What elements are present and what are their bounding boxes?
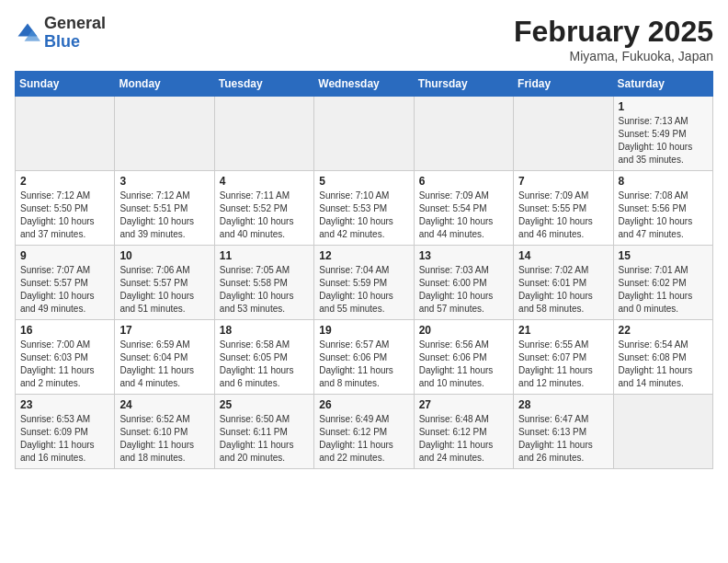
day-info: Sunrise: 7:09 AMSunset: 5:55 PMDaylight:… — [518, 190, 608, 241]
calendar-cell: 20Sunrise: 6:56 AMSunset: 6:06 PMDayligh… — [414, 320, 513, 395]
day-number: 11 — [220, 249, 309, 262]
day-number: 5 — [319, 175, 408, 188]
calendar-cell: 15Sunrise: 7:01 AMSunset: 6:02 PMDayligh… — [613, 246, 712, 320]
calendar-cell: 27Sunrise: 6:48 AMSunset: 6:12 PMDayligh… — [414, 395, 513, 469]
calendar-cell: 11Sunrise: 7:05 AMSunset: 5:58 PMDayligh… — [214, 246, 313, 320]
day-number: 8 — [619, 175, 708, 188]
calendar-cell: 25Sunrise: 6:50 AMSunset: 6:11 PMDayligh… — [214, 395, 313, 469]
day-number: 28 — [518, 398, 608, 411]
day-info: Sunrise: 6:48 AMSunset: 6:12 PMDaylight:… — [419, 413, 508, 465]
day-info: Sunrise: 7:02 AMSunset: 6:01 PMDaylight:… — [518, 264, 608, 316]
day-info: Sunrise: 7:03 AMSunset: 6:00 PMDaylight:… — [419, 264, 508, 316]
calendar-cell: 14Sunrise: 7:02 AMSunset: 6:01 PMDayligh… — [514, 246, 613, 320]
day-info: Sunrise: 6:57 AMSunset: 6:06 PMDaylight:… — [319, 339, 408, 390]
calendar-cell: 1Sunrise: 7:13 AMSunset: 5:49 PMDaylight… — [613, 97, 712, 171]
day-number: 20 — [419, 324, 508, 337]
header-day-sunday: Sunday — [16, 72, 115, 97]
calendar-cell: 22Sunrise: 6:54 AMSunset: 6:08 PMDayligh… — [613, 320, 712, 395]
logo-general: General — [44, 14, 106, 32]
day-number: 26 — [319, 398, 408, 411]
day-number: 9 — [20, 249, 109, 262]
calendar-cell — [115, 97, 214, 171]
day-number: 14 — [518, 249, 608, 262]
day-number: 4 — [220, 175, 309, 188]
calendar-cell: 5Sunrise: 7:10 AMSunset: 5:53 PMDaylight… — [314, 171, 414, 246]
header-day-tuesday: Tuesday — [214, 72, 313, 97]
calendar-cell: 18Sunrise: 6:58 AMSunset: 6:05 PMDayligh… — [214, 320, 313, 395]
header-day-friday: Friday — [514, 72, 613, 97]
day-info: Sunrise: 6:47 AMSunset: 6:13 PMDaylight:… — [518, 413, 608, 465]
day-number: 19 — [319, 324, 408, 337]
day-number: 6 — [419, 175, 508, 188]
calendar-cell: 6Sunrise: 7:09 AMSunset: 5:54 PMDaylight… — [414, 171, 513, 246]
day-number: 16 — [20, 324, 109, 337]
header-day-saturday: Saturday — [613, 72, 712, 97]
day-info: Sunrise: 7:08 AMSunset: 5:56 PMDaylight:… — [619, 190, 708, 241]
day-number: 18 — [220, 324, 309, 337]
day-number: 24 — [119, 398, 209, 411]
day-number: 21 — [518, 324, 608, 337]
logo-icon — [15, 20, 40, 46]
calendar-cell: 26Sunrise: 6:49 AMSunset: 6:12 PMDayligh… — [314, 395, 414, 469]
day-number: 12 — [319, 249, 408, 262]
calendar-cell: 19Sunrise: 6:57 AMSunset: 6:06 PMDayligh… — [314, 320, 414, 395]
day-info: Sunrise: 7:09 AMSunset: 5:54 PMDaylight:… — [419, 190, 508, 241]
day-info: Sunrise: 7:01 AMSunset: 6:02 PMDaylight:… — [619, 264, 708, 316]
calendar-cell: 13Sunrise: 7:03 AMSunset: 6:00 PMDayligh… — [414, 246, 513, 320]
day-number: 27 — [419, 398, 508, 411]
day-info: Sunrise: 6:55 AMSunset: 6:07 PMDaylight:… — [518, 339, 608, 390]
month-title: February 2025 — [514, 15, 713, 49]
calendar-cell — [16, 97, 115, 171]
day-info: Sunrise: 7:13 AMSunset: 5:49 PMDaylight:… — [619, 115, 708, 167]
day-info: Sunrise: 6:54 AMSunset: 6:08 PMDaylight:… — [619, 339, 708, 390]
calendar-cell: 10Sunrise: 7:06 AMSunset: 5:57 PMDayligh… — [115, 246, 214, 320]
calendar-cell — [514, 97, 613, 171]
calendar-week-1: 2Sunrise: 7:12 AMSunset: 5:50 PMDaylight… — [16, 171, 713, 246]
day-info: Sunrise: 7:12 AMSunset: 5:51 PMDaylight:… — [119, 190, 209, 241]
calendar-cell: 4Sunrise: 7:11 AMSunset: 5:52 PMDaylight… — [214, 171, 313, 246]
day-number: 1 — [619, 100, 708, 113]
calendar-cell — [314, 97, 414, 171]
header-day-monday: Monday — [115, 72, 214, 97]
day-info: Sunrise: 7:06 AMSunset: 5:57 PMDaylight:… — [119, 264, 209, 316]
day-info: Sunrise: 6:52 AMSunset: 6:10 PMDaylight:… — [119, 413, 209, 465]
calendar-cell: 28Sunrise: 6:47 AMSunset: 6:13 PMDayligh… — [514, 395, 613, 469]
calendar-week-0: 1Sunrise: 7:13 AMSunset: 5:49 PMDaylight… — [16, 97, 713, 171]
day-info: Sunrise: 7:11 AMSunset: 5:52 PMDaylight:… — [220, 190, 309, 241]
day-info: Sunrise: 7:05 AMSunset: 5:58 PMDaylight:… — [220, 264, 309, 316]
day-info: Sunrise: 6:49 AMSunset: 6:12 PMDaylight:… — [319, 413, 408, 465]
calendar-cell: 17Sunrise: 6:59 AMSunset: 6:04 PMDayligh… — [115, 320, 214, 395]
calendar-cell: 7Sunrise: 7:09 AMSunset: 5:55 PMDaylight… — [514, 171, 613, 246]
day-info: Sunrise: 7:12 AMSunset: 5:50 PMDaylight:… — [20, 190, 109, 241]
day-info: Sunrise: 6:53 AMSunset: 6:09 PMDaylight:… — [20, 413, 109, 465]
day-number: 25 — [220, 398, 309, 411]
day-number: 15 — [619, 249, 708, 262]
day-number: 2 — [20, 175, 109, 188]
calendar-cell — [613, 395, 712, 469]
day-info: Sunrise: 6:56 AMSunset: 6:06 PMDaylight:… — [419, 339, 508, 390]
calendar-cell — [414, 97, 513, 171]
day-info: Sunrise: 7:07 AMSunset: 5:57 PMDaylight:… — [20, 264, 109, 316]
calendar-week-3: 16Sunrise: 7:00 AMSunset: 6:03 PMDayligh… — [16, 320, 713, 395]
calendar-cell: 21Sunrise: 6:55 AMSunset: 6:07 PMDayligh… — [514, 320, 613, 395]
header-day-thursday: Thursday — [414, 72, 513, 97]
calendar-week-4: 23Sunrise: 6:53 AMSunset: 6:09 PMDayligh… — [16, 395, 713, 469]
calendar-header-row: SundayMondayTuesdayWednesdayThursdayFrid… — [16, 72, 713, 97]
calendar-cell: 8Sunrise: 7:08 AMSunset: 5:56 PMDaylight… — [613, 171, 712, 246]
day-number: 22 — [619, 324, 708, 337]
calendar-week-2: 9Sunrise: 7:07 AMSunset: 5:57 PMDaylight… — [16, 246, 713, 320]
calendar-cell: 2Sunrise: 7:12 AMSunset: 5:50 PMDaylight… — [16, 171, 115, 246]
logo-text: General Blue — [44, 15, 106, 52]
day-info: Sunrise: 7:10 AMSunset: 5:53 PMDaylight:… — [319, 190, 408, 241]
day-info: Sunrise: 7:04 AMSunset: 5:59 PMDaylight:… — [319, 264, 408, 316]
calendar-cell: 3Sunrise: 7:12 AMSunset: 5:51 PMDaylight… — [115, 171, 214, 246]
day-number: 3 — [119, 175, 209, 188]
header-day-wednesday: Wednesday — [314, 72, 414, 97]
logo-blue: Blue — [44, 32, 80, 51]
day-number: 10 — [119, 249, 209, 262]
day-number: 17 — [119, 324, 209, 337]
calendar-cell: 24Sunrise: 6:52 AMSunset: 6:10 PMDayligh… — [115, 395, 214, 469]
day-number: 23 — [20, 398, 109, 411]
day-info: Sunrise: 6:50 AMSunset: 6:11 PMDaylight:… — [220, 413, 309, 465]
day-info: Sunrise: 7:00 AMSunset: 6:03 PMDaylight:… — [20, 339, 109, 390]
